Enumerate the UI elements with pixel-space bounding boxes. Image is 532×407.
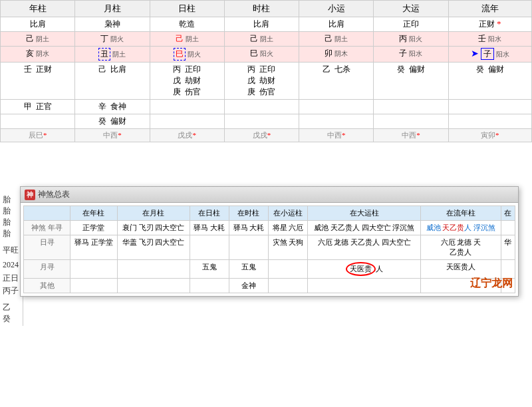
tianyi-circle: 天医贵 [346, 262, 376, 276]
popup-cell-nd: 威池 天乙贵人 四大空亡 浮沉煞 [308, 221, 421, 235]
main-area: 年柱 月柱 日柱 时柱 小运 大运 流年 比肩 枭神 乾造 比肩 比肩 正印 正… [0, 0, 532, 142]
col-header-rizhu: 日柱 [150, 1, 224, 17]
popup-cell-rd: 六厄 龙德 天乙贵人 四大空亡 [308, 235, 421, 260]
popup-cell-rs [229, 235, 268, 260]
left-item-6: 乙癸 [3, 302, 20, 325]
popup-cell-qd [308, 279, 421, 293]
arrow-icon: ➤ [471, 49, 479, 59]
popup-label-rishen: 日寻 [24, 235, 70, 260]
left-item-3: 2024 [3, 260, 20, 270]
sub2-shizhu [224, 100, 299, 114]
popup-th-nianzhu: 在年柱 [70, 206, 118, 221]
sub1-yuezhu: 己 比肩 [75, 63, 150, 100]
popup-row-yueshen: 月寻 五鬼 五鬼 天医贵人 天医贵人 [24, 260, 515, 279]
bottom-xiaoyun: 中西* [299, 129, 374, 142]
popup-cell-qy [117, 279, 190, 293]
role-shizhu: 比肩 [224, 17, 299, 32]
col-header-nianzhu: 年柱 [1, 1, 75, 17]
popup-row-nianshen: 神煞 年寻 正学堂 衰门 飞刃 四大空亡 驿马 大耗 驿马 大耗 将星 六厄 威… [24, 221, 515, 235]
popup-th-yuezhu: 在月柱 [117, 206, 190, 221]
bottom-nianzhu: 辰巳* [1, 129, 75, 142]
popup-header-row: 在年柱 在月柱 在日柱 在时柱 在小运柱 在大运柱 在流年柱 在 [24, 206, 515, 221]
dizhi-shizhu: 巳 阳火 [224, 47, 299, 63]
popup-label-yueshen: 月寻 [24, 260, 70, 279]
popup-th-liunian: 在流年柱 [421, 206, 501, 221]
sub3-liunian [448, 114, 531, 129]
sub1-shizhu: 丙 正印戊 劫财庚 伤官 [224, 63, 299, 100]
popup-cell-yr: 五鬼 [190, 260, 229, 279]
popup-cell-qs: 金神 [229, 279, 268, 293]
sub2-dayun [374, 100, 448, 114]
sub3-xiaoyun [299, 114, 374, 129]
popup-title-text: 神煞总表 [38, 189, 70, 200]
col-header-liunian: 流年 [448, 1, 531, 17]
tiangan-dayun: 丙 阳火 [374, 32, 448, 47]
popup-cell-nr: 驿马 大耗 [190, 221, 229, 235]
dizhi-dayun: 子 阳水 [374, 47, 448, 63]
sub2-yuezhu: 辛 食神 [75, 100, 150, 114]
sub2-nianzhu: 甲 正官 [1, 100, 75, 114]
popup-content: 在年柱 在月柱 在日柱 在时柱 在小运柱 在大运柱 在流年柱 在 神煞 年寻 正… [21, 203, 518, 296]
popup-cell-yo [501, 260, 515, 279]
dizhi-yuezhu-box: 丑 [98, 48, 110, 61]
popup-icon: 神 [25, 190, 35, 200]
dizhi-xiaoyun: 卯 阴木 [299, 47, 374, 63]
role-yuezhu: 枭神 [75, 17, 150, 32]
dizhi-row: 亥 阴水 丑 阴土 巳 阴火 巳 阳火 卯 阴木 子 阳水 ➤ 子 阳水 [1, 47, 532, 63]
role-liunian: 正财 * [448, 17, 531, 32]
popup-table: 在年柱 在月柱 在日柱 在时柱 在小运柱 在大运柱 在流年柱 在 神煞 年寻 正… [23, 205, 515, 293]
role-rizhu: 乾造 [150, 17, 224, 32]
tiangan-row: 己 阴土 丁 阴火 己 阴土 己 阴土 己 阴土 丙 阳火 壬 阳水 [1, 32, 532, 47]
left-item-4: 正日 [3, 273, 20, 284]
bottom-shizhu: 戊戌* [224, 129, 299, 142]
popup-cell-ns: 驿马 大耗 [229, 221, 268, 235]
subelement-row3: 癸 偏财 [1, 114, 532, 129]
popup-cell-ro: 华 [501, 235, 515, 260]
tiangan-yuezhu: 丁 阴火 [75, 32, 150, 47]
role-nianzhu: 比肩 [1, 17, 75, 32]
role-row: 比肩 枭神 乾造 比肩 比肩 正印 正财 * [1, 17, 532, 32]
tiangan-rizhu: 己 阴土 [150, 32, 224, 47]
star-icon: * [497, 19, 501, 29]
popup-cell-nl-text: 威池 天乙贵人 浮沉煞 [426, 223, 496, 231]
popup-cell-rr [190, 235, 229, 260]
col-header-yuezhu: 月柱 [75, 1, 150, 17]
popup-cell-no [501, 221, 515, 235]
dizhi-liunian-highlight: 子 [481, 48, 494, 60]
popup-cell-ny: 衰门 飞刃 四大空亡 [117, 221, 190, 235]
sub1-liunian: 癸 偏财 [448, 63, 531, 100]
subelement-row2: 甲 正官 辛 食神 [1, 100, 532, 114]
popup-cell-rx: 灾煞 天狗 [268, 235, 307, 260]
left-item-2: 平旺 [3, 245, 20, 256]
tiangan-shizhu: 己 阴土 [224, 32, 299, 47]
left-item-1: 胎胎胎胎 [3, 194, 20, 239]
main-table: 年柱 月柱 日柱 时柱 小运 大运 流年 比肩 枭神 乾造 比肩 比肩 正印 正… [0, 0, 532, 142]
sub1-xiaoyun: 乙 七杀 [299, 63, 374, 100]
sub1-rizhu: 丙 正印戊 劫财庚 伤官 [150, 63, 224, 100]
popup-cell-ys: 五鬼 [229, 260, 268, 279]
dizhi-yuezhu: 丑 阴土 [75, 47, 150, 63]
popup-row-rishen: 日寻 驿马 正学堂 华盖 飞刃 四大空亡 灾煞 天狗 六厄 龙德 天乙贵人 四大… [24, 235, 515, 260]
popup-icon-text: 神 [27, 190, 33, 200]
popup-label-qita: 其他 [24, 279, 70, 293]
sub2-xiaoyun [299, 100, 374, 114]
popup-cell-yx [268, 260, 307, 279]
bottom-rizhu: 戊戌* [150, 129, 224, 142]
popup-cell-qr [190, 279, 229, 293]
bottom-yuezhu: 中西* [75, 129, 150, 142]
popup-cell-nx: 将星 六厄 [268, 221, 307, 235]
popup-row-qita: 其他 金神 [24, 279, 515, 293]
sub3-yuezhu: 癸 偏财 [75, 114, 150, 129]
popup-cell-rl: 六厄 龙德 天乙贵人 [421, 235, 501, 260]
bottom-dayun: 中西* [374, 129, 448, 142]
popup-cell-qx [268, 279, 307, 293]
popup-th-label [24, 206, 70, 221]
brand-watermark: 辽宁龙网 [470, 277, 513, 291]
tiangan-nianzhu: 己 阴土 [1, 32, 75, 47]
popup-th-other: 在 [501, 206, 515, 221]
role-xiaoyun: 比肩 [299, 17, 374, 32]
col-header-shizhu: 时柱 [224, 1, 299, 17]
popup-th-shizhu: 在时柱 [229, 206, 268, 221]
tiangan-liunian: 壬 阳水 [448, 32, 531, 47]
popup-cell-yy [117, 260, 190, 279]
